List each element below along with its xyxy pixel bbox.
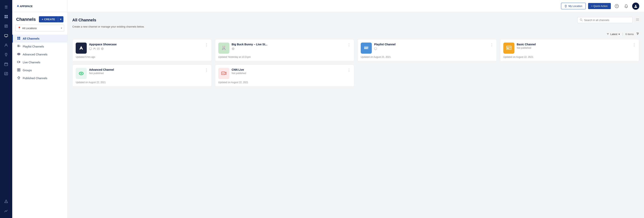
card-title: Big Buck Bunny – Live St... xyxy=(232,43,345,46)
svg-rect-8 xyxy=(4,34,8,37)
my-location-label: My Location xyxy=(568,5,582,8)
svg-point-58 xyxy=(638,34,639,34)
nav-item-published-channels[interactable]: Published Channels xyxy=(12,74,67,82)
svg-rect-84 xyxy=(506,46,511,50)
svg-marker-93 xyxy=(225,72,226,74)
card-menu-icon[interactable]: ⋮ xyxy=(205,68,208,72)
location-icon xyxy=(564,5,567,8)
cards-grid: Appspace Showcase ⋮ Updated 5 hrs ago xyxy=(72,39,639,87)
svg-rect-26 xyxy=(18,38,18,40)
search-bar xyxy=(577,17,632,23)
card-info: Basic Channel Not published xyxy=(517,43,630,49)
card-info: Playlist Channel xyxy=(374,43,488,50)
channels-icon[interactable] xyxy=(2,32,10,40)
svg-rect-86 xyxy=(507,48,509,49)
svg-rect-28 xyxy=(18,45,19,45)
card-footer: Updated 5 hrs ago xyxy=(72,54,212,61)
create-button[interactable]: + CREATE ▾ xyxy=(39,16,64,22)
svg-rect-79 xyxy=(366,48,368,48)
quick-action-button[interactable]: + Quick Action xyxy=(588,3,611,9)
advanced-filter-icon[interactable] xyxy=(636,32,639,36)
card-menu-icon[interactable]: ⋮ xyxy=(490,43,494,47)
channels-title: Channels xyxy=(16,17,36,22)
card-menu-icon[interactable]: ⋮ xyxy=(632,43,636,47)
svg-point-12 xyxy=(6,54,6,54)
user-avatar[interactable] xyxy=(632,3,639,10)
icon-sidebar: ☰ xyxy=(0,0,12,218)
dashboard-icon[interactable] xyxy=(2,13,10,21)
location-label: All Locations xyxy=(22,27,61,30)
svg-point-91 xyxy=(81,73,82,74)
channel-card-big-buck-bunny: 🐰 Big Buck Bunny – Live St... ⋮ Updated … xyxy=(215,39,354,61)
sort-button[interactable]: Latest ▾ xyxy=(606,33,620,36)
location-arrow-icon: ▾ xyxy=(61,27,62,30)
reports-icon[interactable] xyxy=(2,70,10,78)
svg-rect-25 xyxy=(19,37,20,38)
card-footer: Updated on August 22, 2021 xyxy=(72,79,212,86)
svg-rect-35 xyxy=(18,61,19,63)
help-button[interactable]: ? xyxy=(613,3,620,10)
svg-rect-24 xyxy=(18,37,18,38)
card-title: CNN Live xyxy=(232,68,345,71)
card-top: Advanced Channel Not published ⋮ xyxy=(72,65,212,79)
page-title: All Channels xyxy=(72,18,96,22)
svg-rect-38 xyxy=(19,68,20,70)
svg-text:?: ? xyxy=(616,5,618,8)
nav-item-advanced-channels[interactable]: Advanced Channels xyxy=(12,50,67,58)
analytics-icon[interactable] xyxy=(2,207,10,215)
svg-rect-40 xyxy=(19,70,20,71)
card-thumbnail xyxy=(76,43,87,54)
card-menu-icon[interactable]: ⋮ xyxy=(347,68,351,72)
card-footer: Updated on August 22, 2021 xyxy=(500,54,639,61)
alerts-icon[interactable] xyxy=(2,197,10,205)
create-button-label: + CREATE xyxy=(39,16,58,22)
card-top: 🐰 Big Buck Bunny – Live St... ⋮ xyxy=(215,39,354,54)
users-icon[interactable] xyxy=(2,41,10,49)
nav-label-live-channels: Live Channels xyxy=(23,61,40,64)
create-button-arrow[interactable]: ▾ xyxy=(58,16,64,22)
card-footer: Updated on August 23, 2021 xyxy=(358,54,497,61)
nav-item-groups[interactable]: Groups xyxy=(12,66,67,74)
svg-rect-13 xyxy=(4,63,8,66)
svg-rect-61 xyxy=(89,48,92,50)
sort-icon xyxy=(606,33,609,35)
card-thumbnail: 🐰 xyxy=(218,43,229,54)
my-location-button[interactable]: My Location xyxy=(561,3,586,9)
channel-card-playlist-channel: Playlist Channel ⋮ Updated on August 23,… xyxy=(357,39,497,61)
card-footer: Updated on August 22, 2021 xyxy=(215,79,354,86)
svg-rect-80 xyxy=(366,49,368,49)
list-view-icon[interactable] xyxy=(636,18,639,22)
svg-rect-37 xyxy=(18,68,18,70)
card-type-icons xyxy=(232,47,345,50)
content-subtitle: Create a new channel or manage your exis… xyxy=(72,25,639,28)
card-footer: Updated Yesterday at 10:21pm xyxy=(215,54,354,61)
channel-card-cnn-live: CNN Live Not published ⋮ Updated on Augu… xyxy=(215,65,354,87)
content-icon[interactable] xyxy=(2,22,10,30)
card-type-icons xyxy=(374,47,488,50)
schedule-icon[interactable] xyxy=(2,60,10,68)
hamburger-menu-icon[interactable]: ☰ xyxy=(2,3,10,11)
svg-point-45 xyxy=(635,5,636,6)
nav-label-published-channels: Published Channels xyxy=(23,77,48,80)
svg-rect-0 xyxy=(4,15,6,17)
left-nav: APPSPACE Channels + CREATE ▾ 📍 All Locat… xyxy=(12,0,68,218)
location-selector[interactable]: 📍 All Locations ▾ xyxy=(16,25,64,32)
channels-header: Channels + CREATE ▾ xyxy=(12,12,67,25)
notifications-button[interactable] xyxy=(623,3,630,10)
svg-point-57 xyxy=(637,33,638,33)
card-menu-icon[interactable]: ⋮ xyxy=(205,43,208,47)
card-info: Advanced Channel Not published xyxy=(89,68,202,75)
nav-label-advanced-channels: Advanced Channels xyxy=(23,53,48,56)
nav-item-all-channels[interactable]: All Channels xyxy=(12,35,67,43)
card-subtitle: Not published xyxy=(232,72,345,75)
card-title: Playlist Channel xyxy=(374,43,488,46)
nav-item-playlist-channels[interactable]: Playlist Channels xyxy=(12,43,67,50)
channel-card-basic-channel: Basic Channel Not published ⋮ Updated on… xyxy=(500,39,640,61)
locations-icon[interactable] xyxy=(2,51,10,59)
card-menu-icon[interactable]: ⋮ xyxy=(347,43,351,47)
quick-action-label: + Quick Action xyxy=(591,5,608,8)
sort-arrow-icon: ▾ xyxy=(618,33,620,36)
search-input[interactable] xyxy=(584,19,630,22)
nav-item-live-channels[interactable]: Live Channels xyxy=(12,58,67,66)
svg-point-22 xyxy=(6,202,6,202)
